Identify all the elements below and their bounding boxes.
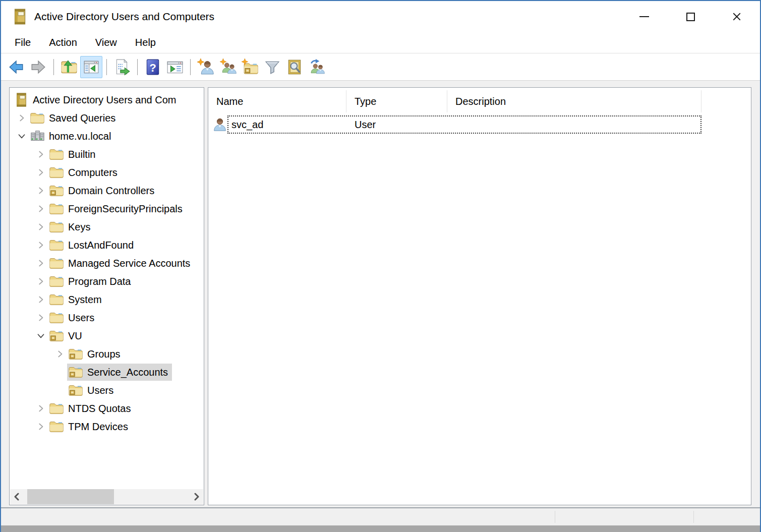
window-title: Active Directory Users and Computers [34, 11, 214, 23]
folder-icon [30, 110, 45, 126]
tree-item-keys[interactable]: Keys [10, 218, 204, 236]
column-header-description[interactable]: Description [447, 90, 701, 112]
change-domain-icon [308, 58, 325, 76]
scrollbar-thumb[interactable] [27, 489, 114, 504]
minimize-button[interactable] [621, 1, 667, 32]
tree-item-system[interactable]: System [10, 290, 204, 309]
chevron-down-icon[interactable] [34, 329, 48, 343]
tree-item-program-data[interactable]: Program Data [10, 272, 204, 290]
chevron-right-icon[interactable] [34, 274, 48, 288]
help-button[interactable] [142, 56, 164, 78]
tree-item-groups[interactable]: Groups [10, 345, 204, 363]
ou-folder-icon [49, 328, 64, 343]
chevron-right-icon[interactable] [15, 111, 29, 125]
tree-item-foreignsecurityprincipals[interactable]: ForeignSecurityPrincipals [10, 200, 204, 218]
tree-item-tpm-devices[interactable]: TPM Devices [10, 418, 204, 436]
directory-book-icon [11, 8, 28, 25]
scrollbar-track[interactable] [24, 489, 189, 504]
maximize-icon [686, 13, 695, 21]
folder-icon [49, 256, 64, 271]
close-button[interactable] [714, 1, 760, 32]
ou-folder-icon [68, 383, 83, 398]
show-window-button[interactable] [164, 56, 186, 78]
new-organizational-unit-button[interactable] [239, 56, 261, 78]
scroll-right-button[interactable] [189, 489, 203, 504]
toolbar-separator [53, 59, 54, 75]
show-console-tree-button[interactable] [80, 56, 102, 78]
folder-icon [49, 310, 64, 325]
status-separator [555, 511, 555, 523]
menu-view[interactable]: View [88, 32, 125, 53]
tree-item-domain-controllers[interactable]: Domain Controllers [10, 182, 204, 200]
chevron-right-icon[interactable] [34, 292, 48, 307]
new-group-icon [219, 58, 237, 76]
tree-item-builtin[interactable]: Builtin [10, 145, 204, 163]
new-group-button[interactable] [217, 56, 239, 78]
tree-item-service-accounts[interactable]: Service_Accounts [10, 363, 204, 381]
tree-item-ntds-quotas[interactable]: NTDS Quotas [10, 399, 204, 418]
tree-item-root[interactable]: Active Directory Users and Com [10, 91, 204, 109]
chevron-right-icon[interactable] [53, 347, 67, 361]
find-button[interactable] [283, 56, 306, 78]
close-icon [732, 12, 741, 21]
new-user-button[interactable] [195, 56, 217, 78]
forward-button[interactable] [27, 56, 49, 78]
export-list-button[interactable] [111, 56, 133, 78]
status-bar [1, 507, 760, 525]
chevron-right-icon[interactable] [34, 184, 48, 198]
window-run-icon [166, 58, 184, 76]
tree-item-computers[interactable]: Computers [10, 163, 204, 182]
chevron-right-icon[interactable] [34, 238, 48, 252]
tree-item-saved-queries[interactable]: Saved Queries [10, 109, 204, 127]
console-tree-pane: Active Directory Users and Com Saved Que… [9, 87, 204, 505]
change-domain-button[interactable] [306, 56, 328, 78]
list-header: Name Type Description [208, 88, 751, 115]
toolbar-separator [106, 59, 107, 75]
scroll-right-icon [192, 493, 200, 501]
menu-action[interactable]: Action [41, 32, 85, 53]
cell-name: svc_ad [208, 115, 346, 134]
ou-folder-icon [49, 183, 64, 198]
maximize-button[interactable] [667, 1, 714, 32]
horizontal-scrollbar[interactable] [10, 489, 203, 504]
chevron-right-icon[interactable] [34, 220, 48, 234]
menu-help[interactable]: Help [128, 32, 163, 53]
chevron-down-icon[interactable] [15, 129, 29, 143]
folder-icon [49, 292, 64, 307]
chevron-right-icon[interactable] [34, 165, 48, 180]
chevron-right-icon[interactable] [34, 202, 48, 216]
list-row-svc-ad[interactable]: svc_ad User [208, 115, 751, 134]
tree-item-users[interactable]: Users [10, 309, 204, 327]
column-header-type[interactable]: Type [346, 90, 447, 112]
app-window: Active Directory Users and Computers Fil… [0, 0, 761, 532]
back-arrow-icon [8, 58, 25, 76]
tree-item-vu-users[interactable]: Users [10, 381, 204, 399]
user-icon [212, 117, 227, 132]
tree-item-managed-service-accounts[interactable]: Managed Service Accounts [10, 254, 204, 272]
folder-icon [49, 238, 64, 253]
chevron-right-icon[interactable] [34, 256, 48, 270]
tree-item-vu[interactable]: VU [10, 327, 204, 345]
folder-icon [49, 165, 64, 180]
chevron-right-icon[interactable] [34, 401, 48, 416]
chevron-right-icon[interactable] [34, 420, 48, 434]
chevron-right-icon[interactable] [34, 311, 48, 325]
tree-item-lostandfound[interactable]: LostAndFound [10, 236, 204, 254]
status-separator [693, 511, 694, 523]
toolbar-separator [137, 59, 138, 75]
domain-icon [30, 129, 45, 144]
ou-folder-icon [68, 346, 83, 362]
filter-button[interactable] [261, 56, 283, 78]
chevron-right-icon[interactable] [34, 147, 48, 161]
folder-icon [49, 201, 64, 216]
folder-icon [49, 219, 64, 234]
back-button[interactable] [5, 56, 27, 78]
up-one-level-button[interactable] [58, 56, 80, 78]
menu-file[interactable]: File [7, 32, 38, 53]
title-bar: Active Directory Users and Computers [1, 1, 760, 32]
expander-spacer [53, 365, 67, 379]
expander-spacer [53, 383, 67, 397]
column-header-name[interactable]: Name [208, 90, 346, 112]
tree-item-home-vu-local[interactable]: home.vu.local [10, 127, 204, 145]
scroll-left-button[interactable] [10, 489, 24, 504]
